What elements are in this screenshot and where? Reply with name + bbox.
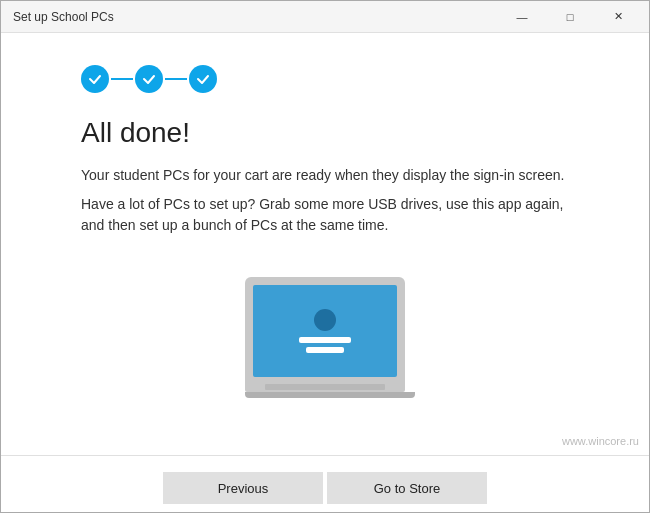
go-to-store-button[interactable]: Go to Store [327, 472, 487, 504]
step-1-circle [81, 65, 109, 93]
checkmark-3-icon [196, 72, 210, 86]
checkmark-1-icon [88, 72, 102, 86]
laptop-base [245, 382, 405, 392]
step-3-circle [189, 65, 217, 93]
laptop-line-narrow [306, 347, 344, 353]
laptop-graphic [245, 277, 405, 398]
page-heading: All done! [81, 117, 569, 149]
laptop-keyboard [265, 384, 385, 390]
window-title: Set up School PCs [13, 10, 114, 24]
description-2: Have a lot of PCs to set up? Grab some m… [81, 194, 569, 236]
minimize-button[interactable]: — [499, 1, 545, 33]
footer-buttons: Previous Go to Store [1, 455, 649, 512]
laptop-screen-outer [245, 277, 405, 382]
watermark: www.wincore.ru [562, 435, 639, 447]
step-2-circle [135, 65, 163, 93]
laptop-line-wide [299, 337, 351, 343]
step-line-1 [111, 78, 133, 80]
main-content: All done! Your student PCs for your cart… [1, 33, 649, 455]
checkmark-2-icon [142, 72, 156, 86]
previous-button[interactable]: Previous [163, 472, 323, 504]
description-1: Your student PCs for your cart are ready… [81, 165, 569, 186]
maximize-button[interactable]: □ [547, 1, 593, 33]
laptop-illustration [81, 252, 569, 423]
laptop-screen-inner [253, 285, 397, 377]
title-bar: Set up School PCs — □ ✕ [1, 1, 649, 33]
steps-indicator [81, 65, 569, 93]
laptop-user-avatar [314, 309, 336, 331]
step-line-2 [165, 78, 187, 80]
close-button[interactable]: ✕ [595, 1, 641, 33]
app-window: Set up School PCs — □ ✕ [0, 0, 650, 513]
window-controls: — □ ✕ [499, 1, 641, 33]
laptop-ui-lines [299, 337, 351, 353]
laptop-bottom [245, 392, 415, 398]
